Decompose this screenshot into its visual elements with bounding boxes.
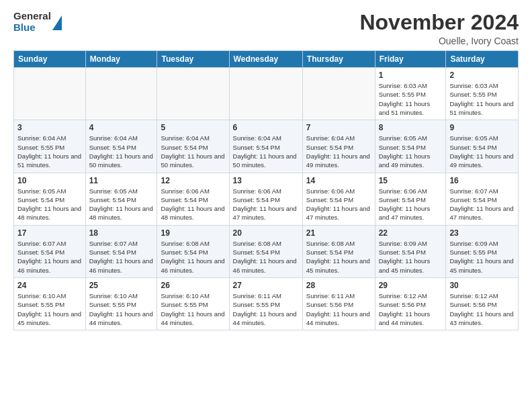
day-number: 22 [379,228,443,238]
day-info: Sunrise: 6:03 AM Sunset: 5:55 PM Dayligh… [449,81,515,117]
day-number: 24 [17,281,82,290]
day-number: 17 [17,228,82,238]
day-info: Sunrise: 6:12 AM Sunset: 5:56 PM Dayligh… [379,291,443,327]
day-info: Sunrise: 6:11 AM Sunset: 5:55 PM Dayligh… [233,291,299,327]
day-info: Sunrise: 6:10 AM Sunset: 5:55 PM Dayligh… [161,291,225,327]
day-info: Sunrise: 6:05 AM Sunset: 5:54 PM Dayligh… [17,187,82,222]
calendar-cell: 17Sunrise: 6:07 AM Sunset: 5:54 PM Dayli… [14,225,86,277]
title-block: November 2024 Ouelle, Ivory Coast [359,11,519,46]
calendar-cell: 13Sunrise: 6:06 AM Sunset: 5:54 PM Dayli… [229,173,302,225]
header: General Blue November 2024 Ouelle, Ivory… [13,11,519,46]
day-number: 2 [449,71,515,80]
day-number: 8 [379,123,443,132]
day-info: Sunrise: 6:07 AM Sunset: 5:54 PM Dayligh… [449,187,515,222]
calendar-cell: 21Sunrise: 6:08 AM Sunset: 5:54 PM Dayli… [302,225,375,277]
day-number: 13 [233,176,299,185]
logo-triangle-icon [52,15,62,30]
day-number: 28 [306,281,371,290]
weekday-header-monday: Monday [85,51,157,68]
calendar-cell: 5Sunrise: 6:04 AM Sunset: 5:54 PM Daylig… [157,120,229,173]
day-info: Sunrise: 6:08 AM Sunset: 5:54 PM Dayligh… [233,239,299,275]
calendar-table: SundayMondayTuesdayWednesdayThursdayFrid… [13,50,519,330]
calendar-cell [157,68,229,120]
weekday-header-friday: Friday [375,51,446,68]
day-info: Sunrise: 6:04 AM Sunset: 5:55 PM Dayligh… [17,134,82,169]
weekday-header-tuesday: Tuesday [157,51,229,68]
logo-blue: Blue [13,22,51,34]
day-info: Sunrise: 6:05 AM Sunset: 5:54 PM Dayligh… [379,134,443,169]
day-number: 18 [89,228,154,238]
calendar-cell: 30Sunrise: 6:12 AM Sunset: 5:56 PM Dayli… [446,277,519,330]
weekday-header-saturday: Saturday [446,51,519,68]
day-number: 4 [89,123,154,132]
calendar-page: General Blue November 2024 Ouelle, Ivory… [0,0,532,341]
day-info: Sunrise: 6:04 AM Sunset: 5:54 PM Dayligh… [161,134,225,169]
logo-general: General [13,11,51,22]
week-row-3: 10Sunrise: 6:05 AM Sunset: 5:54 PM Dayli… [14,173,519,225]
week-row-5: 24Sunrise: 6:10 AM Sunset: 5:55 PM Dayli… [14,277,519,330]
calendar-cell: 8Sunrise: 6:05 AM Sunset: 5:54 PM Daylig… [375,120,446,173]
day-number: 9 [449,123,515,132]
day-info: Sunrise: 6:05 AM Sunset: 5:54 PM Dayligh… [89,187,154,222]
calendar-cell: 3Sunrise: 6:04 AM Sunset: 5:55 PM Daylig… [14,120,86,173]
calendar-cell: 4Sunrise: 6:04 AM Sunset: 5:54 PM Daylig… [85,120,157,173]
calendar-cell: 20Sunrise: 6:08 AM Sunset: 5:54 PM Dayli… [229,225,302,277]
calendar-cell: 18Sunrise: 6:07 AM Sunset: 5:54 PM Dayli… [85,225,157,277]
day-info: Sunrise: 6:09 AM Sunset: 5:55 PM Dayligh… [449,239,515,275]
calendar-cell: 16Sunrise: 6:07 AM Sunset: 5:54 PM Dayli… [446,173,519,225]
day-number: 25 [89,281,154,290]
day-number: 20 [233,228,299,238]
day-info: Sunrise: 6:08 AM Sunset: 5:54 PM Dayligh… [161,239,225,275]
calendar-cell: 22Sunrise: 6:09 AM Sunset: 5:54 PM Dayli… [375,225,446,277]
calendar-cell: 6Sunrise: 6:04 AM Sunset: 5:54 PM Daylig… [229,120,302,173]
day-info: Sunrise: 6:06 AM Sunset: 5:54 PM Dayligh… [233,187,299,222]
calendar-cell [302,68,375,120]
calendar-cell [14,68,86,120]
calendar-cell: 26Sunrise: 6:10 AM Sunset: 5:55 PM Dayli… [157,277,229,330]
weekday-header-wednesday: Wednesday [229,51,302,68]
day-number: 19 [161,228,225,238]
calendar-subtitle: Ouelle, Ivory Coast [359,36,519,46]
calendar-cell: 29Sunrise: 6:12 AM Sunset: 5:56 PM Dayli… [375,277,446,330]
day-number: 30 [449,281,515,290]
day-number: 15 [379,176,443,185]
day-number: 16 [449,176,515,185]
day-info: Sunrise: 6:03 AM Sunset: 5:55 PM Dayligh… [379,81,443,117]
day-info: Sunrise: 6:06 AM Sunset: 5:54 PM Dayligh… [379,187,443,222]
calendar-cell: 27Sunrise: 6:11 AM Sunset: 5:55 PM Dayli… [229,277,302,330]
day-number: 10 [17,176,82,185]
logo: General Blue [13,11,62,33]
calendar-cell [85,68,157,120]
calendar-cell: 1Sunrise: 6:03 AM Sunset: 5:55 PM Daylig… [375,68,446,120]
calendar-cell: 10Sunrise: 6:05 AM Sunset: 5:54 PM Dayli… [14,173,86,225]
day-info: Sunrise: 6:06 AM Sunset: 5:54 PM Dayligh… [306,187,371,222]
calendar-cell: 2Sunrise: 6:03 AM Sunset: 5:55 PM Daylig… [446,68,519,120]
day-number: 21 [306,228,371,238]
day-number: 14 [306,176,371,185]
day-number: 23 [449,228,515,238]
day-info: Sunrise: 6:04 AM Sunset: 5:54 PM Dayligh… [306,134,371,169]
day-info: Sunrise: 6:10 AM Sunset: 5:55 PM Dayligh… [89,291,154,327]
week-row-1: 1Sunrise: 6:03 AM Sunset: 5:55 PM Daylig… [14,68,519,120]
calendar-cell [229,68,302,120]
day-info: Sunrise: 6:12 AM Sunset: 5:56 PM Dayligh… [449,291,515,327]
day-number: 7 [306,123,371,132]
calendar-cell: 9Sunrise: 6:05 AM Sunset: 5:54 PM Daylig… [446,120,519,173]
day-number: 27 [233,281,299,290]
calendar-cell: 23Sunrise: 6:09 AM Sunset: 5:55 PM Dayli… [446,225,519,277]
calendar-cell: 25Sunrise: 6:10 AM Sunset: 5:55 PM Dayli… [85,277,157,330]
calendar-body: 1Sunrise: 6:03 AM Sunset: 5:55 PM Daylig… [14,68,519,330]
calendar-cell: 24Sunrise: 6:10 AM Sunset: 5:55 PM Dayli… [14,277,86,330]
week-row-4: 17Sunrise: 6:07 AM Sunset: 5:54 PM Dayli… [14,225,519,277]
calendar-cell: 11Sunrise: 6:05 AM Sunset: 5:54 PM Dayli… [85,173,157,225]
day-info: Sunrise: 6:10 AM Sunset: 5:55 PM Dayligh… [17,291,82,327]
day-info: Sunrise: 6:05 AM Sunset: 5:54 PM Dayligh… [449,134,515,169]
day-number: 29 [379,281,443,290]
day-info: Sunrise: 6:11 AM Sunset: 5:56 PM Dayligh… [306,291,371,327]
day-number: 11 [89,176,154,185]
calendar-cell: 19Sunrise: 6:08 AM Sunset: 5:54 PM Dayli… [157,225,229,277]
day-info: Sunrise: 6:08 AM Sunset: 5:54 PM Dayligh… [306,239,371,275]
calendar-cell: 28Sunrise: 6:11 AM Sunset: 5:56 PM Dayli… [302,277,375,330]
weekday-header-thursday: Thursday [302,51,375,68]
calendar-header: SundayMondayTuesdayWednesdayThursdayFrid… [14,51,519,68]
